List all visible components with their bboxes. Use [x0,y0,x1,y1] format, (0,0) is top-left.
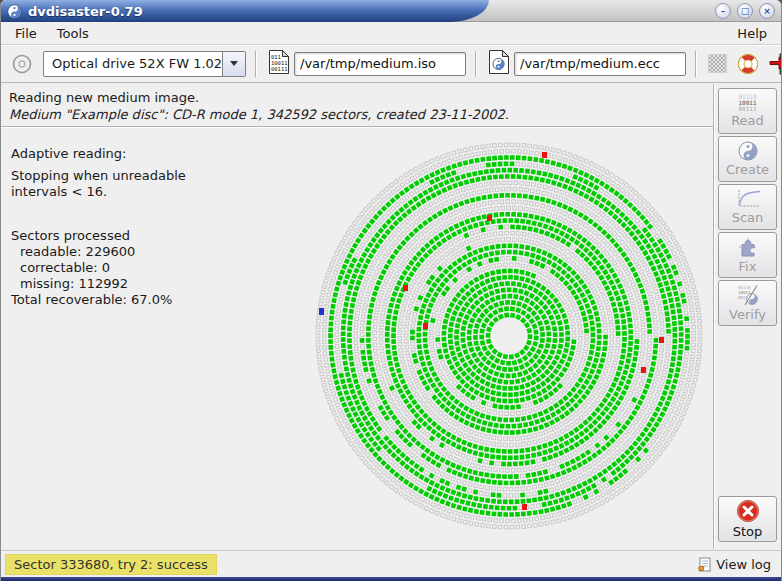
toolbar: Optical drive 52X FW 1.02 011 10011 0011… [1,45,781,83]
window-bottom-border [1,577,781,581]
minimize-button[interactable]: – [715,3,731,19]
toolbar-separator [475,51,477,77]
svg-text:00111: 00111 [271,66,288,72]
heading-line1: Reading new medium image. [9,89,703,106]
scan-label: Scan [732,210,764,225]
toolbar-separator [695,51,697,77]
drive-disc-icon [9,51,35,77]
help-button[interactable] [735,51,761,77]
view-log-icon [697,557,712,572]
preferences-button-disabled[interactable] [706,52,729,75]
status-bar: Sector 333680, try 2: success View log [1,550,781,577]
scan-curve-icon [735,189,761,209]
sectors-missing: missing: 112992 [11,276,251,292]
menu-help[interactable]: Help [727,24,777,43]
stop-button[interactable]: Stop [718,496,777,542]
verify-icon: 01110 10011 00111 [736,284,760,306]
menu-tools[interactable]: Tools [47,24,99,43]
create-button[interactable]: Create [718,136,777,182]
drive-select-arrow[interactable] [222,52,245,76]
fix-button[interactable]: Fix [718,232,777,278]
stop-label: Stop [733,524,763,539]
status-message: Sector 333680, try 2: success [5,554,217,575]
view-log-button[interactable]: View log [693,555,775,574]
fix-puzzle-icon [737,236,759,258]
close-button[interactable]: × [759,3,775,19]
create-label: Create [726,162,769,177]
fix-label: Fix [739,259,757,274]
total-recoverable: Total recoverable: 67.0% [11,292,251,308]
sectors-readable: readable: 229600 [11,244,251,260]
heading-line2: Medium "Example disc": CD-R mode 1, 3425… [9,106,703,123]
disc-spiral-canvas [301,128,717,544]
maximize-button[interactable]: □ [737,3,753,19]
drive-select-value: Optical drive 52X FW 1.02 [44,52,222,76]
quit-button[interactable] [767,51,782,77]
verify-label: Verify [729,307,766,322]
stop-icon [736,499,760,523]
read-button[interactable]: 01110 10011 00111 Read [718,88,777,134]
help-lifebuoy-icon [737,53,759,75]
ecc-file-icon [488,49,510,78]
ecc-file-input[interactable] [514,52,686,76]
title-blob: dvdisaster-0.79 [1,0,489,22]
image-file-input[interactable] [294,52,466,76]
read-icon: 01110 10011 00111 [738,94,756,112]
preferences-icon-disabled [708,54,727,73]
scan-button[interactable]: Scan [718,184,777,230]
toolbar-separator [255,51,257,77]
quit-icon [769,53,782,75]
sectors-correctable: correctable: 0 [11,260,251,276]
window-title: dvdisaster-0.79 [28,4,143,19]
info-panel: Adaptive reading: Stopping when unreadab… [11,146,251,308]
read-label: Read [731,113,764,128]
chevron-down-icon [230,61,238,70]
drive-select[interactable]: Optical drive 52X FW 1.02 [43,51,246,77]
mode-label: Adaptive reading: [11,146,251,162]
view-log-label: View log [716,557,771,572]
status-heading: Reading new medium image. Medium "Exampl… [1,84,711,126]
verify-button[interactable]: 01110 10011 00111 Verify [718,280,777,326]
app-logo-yinyang-icon [7,4,22,19]
create-yinyang-icon [738,141,758,161]
title-bar: dvdisaster-0.79 – □ × [1,0,781,22]
stopping-line1: Stopping when unreadable [11,168,251,184]
app-window: dvdisaster-0.79 – □ × File Tools Help Op… [0,0,782,581]
sectors-title: Sectors processed [11,228,251,244]
menu-file[interactable]: File [5,24,47,43]
iso-file-icon: 011 10011 00111 [268,49,290,78]
menu-bar: File Tools Help [1,23,781,45]
stopping-line2: intervals < 16. [11,184,251,200]
